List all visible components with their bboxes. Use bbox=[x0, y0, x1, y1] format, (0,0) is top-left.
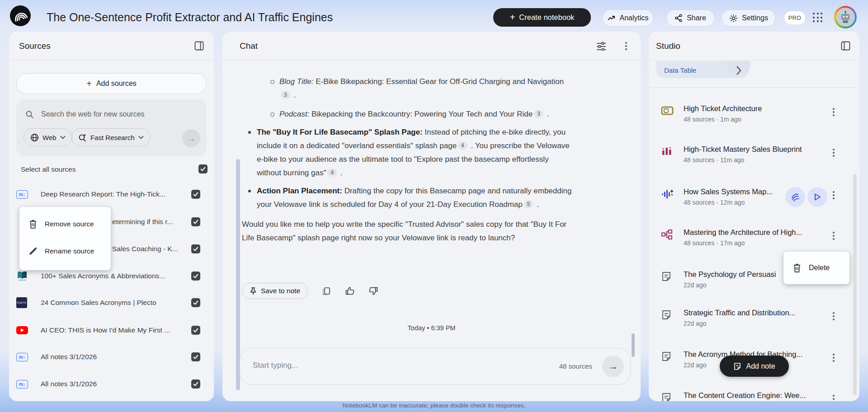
studio-item[interactable]: The Content Creation Engine: Wee... bbox=[649, 391, 859, 401]
gear-icon bbox=[729, 14, 738, 23]
citation-chip[interactable]: 4 bbox=[458, 141, 467, 150]
source-checkbox[interactable] bbox=[191, 217, 200, 226]
add-sources-button[interactable]: Add sources bbox=[16, 73, 207, 94]
flashcards-icon bbox=[661, 105, 675, 116]
studio-item-menu-icon[interactable] bbox=[833, 232, 835, 240]
studio-item-meta: 48 sources · 17m ago bbox=[684, 239, 745, 247]
chat-message: Blog Title: E-Bike Bikepacking: Essentia… bbox=[242, 75, 604, 245]
collapse-panel-icon[interactable] bbox=[194, 41, 204, 51]
delete-menu-item[interactable]: Delete bbox=[783, 252, 849, 284]
thumbs-up-icon[interactable] bbox=[345, 286, 355, 296]
studio-item-menu-icon[interactable] bbox=[833, 395, 835, 401]
notebooklm-logo[interactable] bbox=[10, 5, 31, 26]
data-table-label: Data Table bbox=[664, 66, 696, 74]
select-all-label: Select all sources bbox=[21, 165, 75, 173]
citation-chip[interactable]: 3 bbox=[534, 110, 543, 118]
copy-icon[interactable] bbox=[321, 286, 331, 296]
plus-icon bbox=[86, 79, 92, 89]
studio-item audio-overview-item[interactable]: How Sales Systems Map... 48 sources · 12… bbox=[649, 187, 859, 211]
analytics-button[interactable]: Analytics bbox=[602, 9, 654, 27]
send-arrow-button[interactable]: → bbox=[602, 356, 624, 377]
settings-button[interactable]: Settings bbox=[722, 9, 776, 27]
book-icon bbox=[16, 271, 32, 281]
create-notebook-button[interactable]: Create notebook bbox=[493, 8, 591, 27]
chat-more-menu-icon[interactable] bbox=[625, 42, 627, 50]
share-icon bbox=[675, 14, 683, 22]
search-submit-arrow-button[interactable]: → bbox=[182, 129, 200, 147]
chat-left-scrollbar[interactable] bbox=[236, 159, 240, 390]
citation-chip[interactable]: 4 bbox=[327, 169, 337, 177]
save-to-note-button[interactable]: Save to note bbox=[242, 283, 308, 299]
source-title: 100+ Sales Acronyms & Abbreviations... bbox=[41, 272, 165, 280]
rename-source-menu-item[interactable]: Rename source bbox=[19, 239, 111, 264]
studio-item-menu-icon[interactable] bbox=[833, 149, 835, 157]
chat-panel: Chat Blog Title: E-Bike Bikepacking: Ess… bbox=[222, 32, 641, 401]
share-button[interactable]: Share bbox=[666, 9, 715, 27]
trending-up-icon bbox=[607, 14, 615, 22]
mind-map-icon bbox=[661, 229, 675, 240]
audio-waveform-icon bbox=[661, 188, 675, 200]
search-input[interactable]: Search the web for new sources bbox=[25, 108, 200, 121]
markdown-icon: m↓ bbox=[16, 190, 28, 199]
pro-badge: PRO bbox=[784, 11, 805, 24]
source-title: All notes 3/1/2026 bbox=[41, 380, 97, 388]
sources-panel-header: Sources bbox=[9, 32, 214, 61]
web-filter-dropdown[interactable]: Web bbox=[24, 128, 72, 146]
source-checkbox[interactable] bbox=[191, 326, 200, 335]
note-icon bbox=[661, 271, 675, 282]
source-checkbox[interactable] bbox=[191, 272, 200, 281]
sparkle-search-icon bbox=[78, 133, 87, 142]
studio-item-menu-icon[interactable] bbox=[833, 312, 835, 320]
chat-sub-bullet: Podcast: Bikepacking the Backcountry: Po… bbox=[242, 108, 569, 121]
source-row[interactable]: PLECTO 24 Common Sales Acronyms | Plecto bbox=[16, 292, 207, 314]
citation-chip[interactable]: 3 bbox=[281, 91, 290, 99]
studio-item[interactable]: High-Ticket Mastery Sales Blueprint 48 s… bbox=[649, 145, 859, 169]
studio-panel: Studio Data Table High Ticket Architectu… bbox=[649, 32, 859, 401]
add-note-button[interactable]: Add note bbox=[720, 356, 789, 377]
source-row[interactable]: AI CEO: THIS is How I'd Make My First ..… bbox=[16, 319, 207, 341]
studio-item-meta: 22d ago bbox=[684, 361, 707, 369]
source-checkbox[interactable] bbox=[191, 298, 200, 307]
bar-chart-icon bbox=[661, 146, 675, 157]
tune-icon[interactable] bbox=[596, 42, 606, 51]
source-checkbox[interactable] bbox=[191, 190, 200, 199]
studio-item-meta: 22d ago bbox=[684, 320, 707, 327]
research-mode-dropdown[interactable]: Fast Research bbox=[71, 128, 151, 146]
select-all-checkbox[interactable] bbox=[198, 164, 208, 173]
chat-input-placeholder: Start typing... bbox=[253, 361, 298, 370]
thumbs-down-icon[interactable] bbox=[368, 286, 378, 296]
studio-scrollbar-thumb[interactable] bbox=[853, 174, 857, 395]
chat-bullet: Action Plan Placement: Drafting the copy… bbox=[242, 184, 573, 211]
expand-panel-icon[interactable] bbox=[841, 41, 850, 51]
source-checkbox[interactable] bbox=[191, 379, 200, 389]
source-row[interactable]: m↓ All notes 3/1/2026 bbox=[16, 373, 207, 395]
interactive-mode-button[interactable] bbox=[785, 187, 805, 207]
studio-item-menu-icon[interactable] bbox=[833, 354, 835, 362]
app-header: The One-Sentence Profit Extractor and AI… bbox=[0, 0, 868, 32]
source-checkbox[interactable] bbox=[191, 352, 200, 361]
notebook-title[interactable]: The One-Sentence Profit Extractor and AI… bbox=[47, 11, 333, 24]
studio-item-menu-icon[interactable] bbox=[833, 108, 835, 116]
note-add-icon bbox=[733, 362, 741, 370]
source-row[interactable]: m↓ Deep Research Report: The High-Tick..… bbox=[16, 183, 207, 205]
chat-panel-title: Chat bbox=[240, 41, 258, 51]
apps-grid-icon[interactable] bbox=[812, 12, 824, 23]
studio-item-title: The Psychology of Persuasi bbox=[684, 270, 776, 279]
remove-source-menu-item[interactable]: Remove source bbox=[19, 211, 111, 237]
play-button[interactable] bbox=[807, 187, 827, 207]
sources-panel: Sources Add sources Search the web for n… bbox=[9, 32, 214, 401]
chat-sub-bullet: Blog Title: E-Bike Bikepacking: Essentia… bbox=[242, 75, 569, 102]
citation-chip[interactable]: 5 bbox=[524, 200, 533, 208]
source-checkbox[interactable] bbox=[191, 244, 200, 253]
studio-item[interactable]: Mastering the Architecture of High... 48… bbox=[649, 228, 859, 252]
source-row[interactable]: m↓ All notes 3/1/2026 bbox=[16, 346, 207, 368]
studio-item[interactable]: High Ticket Architecture 48 sources · 1m… bbox=[649, 104, 859, 128]
pencil-icon bbox=[28, 247, 38, 256]
chat-scrollbar-thumb[interactable] bbox=[632, 333, 635, 357]
chat-input[interactable]: Start typing... 48 sources → bbox=[240, 348, 631, 385]
markdown-icon: m↓ bbox=[16, 353, 28, 361]
studio-item-menu-icon[interactable] bbox=[833, 191, 835, 199]
studio-item[interactable]: Strategic Traffic and Distribution... 22… bbox=[649, 309, 859, 332]
user-avatar[interactable] bbox=[834, 6, 857, 28]
search-placeholder: Search the web for new sources bbox=[41, 110, 145, 118]
